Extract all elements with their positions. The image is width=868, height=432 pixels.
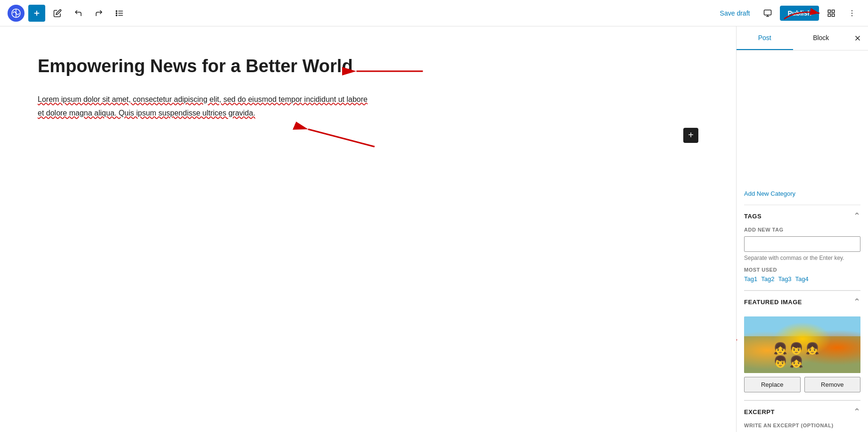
featured-image-section: Featured image ⌃ — [744, 290, 860, 400]
svg-point-19 — [852, 12, 852, 13]
more-options-button[interactable] — [843, 5, 860, 22]
undo-button[interactable] — [70, 5, 87, 22]
excerpt-section-header[interactable]: Excerpt ⌃ — [744, 400, 860, 423]
svg-point-20 — [852, 15, 852, 16]
sidebar: Post Block Add New Category Tags ⌃ ADD N… — [736, 26, 868, 432]
tags-toggle-icon: ⌃ — [853, 211, 860, 221]
post-title[interactable]: Empowering News for a Better World — [38, 55, 698, 78]
featured-image-preview[interactable] — [744, 316, 860, 373]
featured-image-wrapper: Replace Remove — [744, 316, 860, 392]
svg-rect-16 — [832, 14, 835, 16]
sidebar-tabs: Post Block — [737, 26, 868, 50]
excerpt-section-title: Excerpt — [744, 408, 775, 415]
excerpt-section-body: WRITE AN EXCERPT (OPTIONAL) — [744, 423, 860, 432]
svg-rect-14 — [828, 10, 830, 12]
close-sidebar-button[interactable] — [849, 30, 866, 47]
svg-point-18 — [852, 10, 852, 11]
add-new-category-link[interactable]: Add New Category — [744, 190, 860, 197]
remove-image-button[interactable]: Remove — [804, 377, 861, 392]
featured-image-title: Featured image — [744, 299, 802, 306]
categories-spacer — [744, 58, 860, 190]
add-tag-label: ADD NEW TAG — [744, 227, 860, 233]
tag-input[interactable] — [744, 236, 860, 252]
tag-link-1[interactable]: Tag2 — [761, 275, 774, 282]
save-draft-button[interactable]: Save draft — [714, 6, 756, 21]
featured-image-body: Replace Remove — [744, 316, 860, 400]
categories-section: Add New Category — [744, 190, 860, 197]
sidebar-content: Add New Category Tags ⌃ ADD NEW TAG Sepa… — [737, 50, 868, 432]
featured-image-header[interactable]: Featured image ⌃ — [744, 291, 860, 313]
tags-section-body: ADD NEW TAG Separate with commas or the … — [744, 227, 860, 290]
redo-button[interactable] — [90, 5, 107, 22]
svg-rect-11 — [764, 10, 771, 15]
tab-block[interactable]: Block — [793, 26, 850, 50]
tag-link-3[interactable]: Tag4 — [795, 275, 809, 282]
preview-button[interactable] — [759, 5, 776, 22]
settings-button[interactable] — [823, 5, 840, 22]
add-block-inline-button[interactable]: + — [683, 128, 698, 143]
svg-point-7 — [116, 10, 117, 11]
replace-image-button[interactable]: Replace — [744, 377, 801, 392]
publish-button[interactable]: Publish — [780, 6, 819, 21]
tag-link-0[interactable]: Tag1 — [744, 275, 757, 282]
tab-post[interactable]: Post — [737, 26, 793, 50]
tag-link-2[interactable]: Tag3 — [778, 275, 791, 282]
post-paragraph[interactable]: Lorem ipsum dolor sit amet, consectetur … — [38, 93, 368, 120]
featured-image-actions: Replace Remove — [744, 377, 860, 392]
toolbar: Save draft Publish — [0, 0, 868, 26]
add-block-toolbar-button[interactable] — [28, 5, 45, 22]
most-used-label: MOST USED — [744, 267, 860, 273]
svg-rect-15 — [832, 10, 835, 12]
main-layout: Empowering News for a Better World Lorem… — [0, 26, 868, 432]
list-view-button[interactable] — [111, 5, 128, 22]
wp-logo[interactable] — [8, 5, 25, 22]
tags-section-header[interactable]: Tags ⌃ — [744, 205, 860, 227]
excerpt-toggle-icon: ⌃ — [853, 407, 860, 417]
excerpt-label: WRITE AN EXCERPT (OPTIONAL) — [744, 423, 860, 428]
featured-image-toggle-icon: ⌃ — [853, 297, 860, 307]
post-content[interactable]: Lorem ipsum dolor sit amet, consectetur … — [38, 93, 368, 120]
edit-button[interactable] — [49, 5, 66, 22]
svg-point-8 — [116, 12, 117, 13]
tag-links: Tag1 Tag2 Tag3 Tag4 — [744, 275, 860, 282]
tags-section-title: Tags — [744, 213, 762, 220]
tag-hint: Separate with commas or the Enter key. — [744, 255, 860, 261]
excerpt-section: Excerpt ⌃ WRITE AN EXCERPT (OPTIONAL) — [744, 400, 860, 432]
svg-point-9 — [116, 15, 117, 16]
svg-rect-17 — [828, 14, 830, 16]
editor-area: Empowering News for a Better World Lorem… — [0, 26, 736, 432]
